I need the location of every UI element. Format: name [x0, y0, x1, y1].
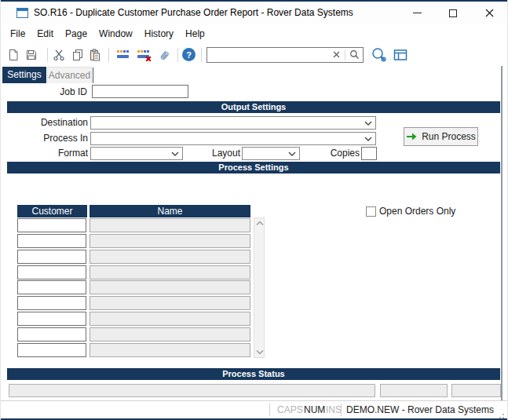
output-settings-header: Output Settings: [7, 101, 500, 113]
table-header-name: Name: [90, 205, 250, 217]
layout-select[interactable]: [242, 147, 300, 160]
window-top-border: [1, 0, 507, 2]
statusbar-separator: [341, 404, 342, 416]
customer-name-cell: [90, 312, 250, 326]
job-id-label: Job ID: [1, 86, 87, 99]
search-divider: [345, 49, 345, 60]
title-bar[interactable]: SO.R16 - Duplicate Customer Purchase Ord…: [1, 2, 507, 24]
copy-icon: [71, 49, 84, 61]
process-in-select[interactable]: [90, 132, 376, 145]
menu-page[interactable]: Page: [65, 27, 87, 41]
customer-name-cell: [90, 280, 250, 294]
caps-indicator: CAPS: [277, 401, 303, 418]
close-icon: [485, 9, 494, 17]
menu-window[interactable]: Window: [99, 27, 133, 41]
tab-settings[interactable]: Settings: [2, 67, 46, 83]
cut-icon: [53, 49, 65, 61]
process-status-header: Process Status: [7, 368, 500, 380]
run-process-label: Run Process: [422, 131, 476, 142]
copies-input[interactable]: [361, 147, 377, 160]
num-indicator: NUM: [304, 401, 325, 418]
format-select[interactable]: [90, 147, 183, 160]
scroll-up-icon[interactable]: [256, 221, 264, 226]
cut-button[interactable]: [53, 49, 65, 61]
customer-name-cell: [90, 218, 250, 232]
search-clear-icon[interactable]: [333, 51, 340, 58]
close-button[interactable]: [471, 2, 507, 24]
table-header-customer: Customer: [17, 205, 87, 217]
chevron-down-icon: [171, 152, 179, 156]
menu-history[interactable]: History: [144, 27, 174, 41]
table-scrollbar[interactable]: [254, 217, 265, 358]
search-input[interactable]: [210, 49, 333, 60]
destination-label: Destination: [1, 116, 88, 130]
chevron-down-icon: [364, 121, 372, 126]
destination-select[interactable]: [90, 116, 376, 130]
open-orders-label: Open Orders Only: [379, 206, 455, 217]
statusbar-separator: [269, 404, 270, 416]
job-id-input[interactable]: [92, 85, 188, 98]
customer-input[interactable]: [17, 280, 86, 294]
paste-icon: [89, 49, 101, 61]
minimize-button[interactable]: [399, 2, 435, 24]
help-icon: ?: [182, 48, 196, 61]
run-arrow-icon: [406, 133, 417, 141]
copy-button[interactable]: [71, 49, 84, 61]
customer-input[interactable]: [17, 250, 86, 264]
content-right-border: [501, 66, 503, 400]
save-button[interactable]: [25, 49, 38, 61]
zoom-view-button[interactable]: [371, 47, 388, 63]
run-process-button[interactable]: Run Process: [404, 127, 478, 146]
process-status-field-3: [451, 384, 501, 397]
maximize-button[interactable]: [435, 2, 471, 24]
menu-help[interactable]: Help: [185, 27, 205, 41]
process-status-field-2: [380, 384, 448, 397]
format-label: Format: [1, 147, 88, 160]
toolbar: ?: [1, 44, 407, 65]
customer-input[interactable]: [17, 296, 86, 310]
menu-file[interactable]: File: [10, 27, 25, 41]
customer-name-cell: [90, 234, 250, 248]
search-icon[interactable]: [349, 49, 360, 60]
customer-name-cell: [90, 343, 250, 357]
new-document-button[interactable]: [7, 49, 20, 61]
tab-advanced[interactable]: Advanced: [47, 67, 92, 83]
maximize-icon: [449, 9, 457, 17]
paste-button[interactable]: [89, 49, 101, 61]
menu-bar: File Edit Page Window History Help: [1, 26, 499, 42]
insert-row-button[interactable]: [117, 49, 130, 60]
customer-input[interactable]: [17, 343, 86, 357]
application-window: SO.R16 - Duplicate Customer Purchase Ord…: [0, 0, 508, 420]
attachment-button[interactable]: [155, 48, 170, 62]
customer-input[interactable]: [17, 327, 86, 341]
customer-name-cell: [90, 250, 250, 264]
customer-input[interactable]: [17, 312, 86, 326]
grid-layout-button[interactable]: [393, 49, 407, 61]
menu-edit[interactable]: Edit: [37, 27, 53, 41]
paperclip-icon: [155, 48, 170, 62]
layout-label: Layout: [189, 147, 240, 160]
resize-grip[interactable]: [503, 414, 504, 415]
customer-input[interactable]: [17, 234, 86, 248]
chevron-down-icon: [288, 152, 296, 156]
customer-input[interactable]: [17, 218, 86, 232]
ins-indicator: INS: [326, 401, 342, 418]
scroll-down-icon[interactable]: [256, 349, 264, 355]
new-document-icon: [7, 49, 20, 61]
open-orders-checkbox[interactable]: [366, 206, 376, 217]
customer-name-cell: [90, 327, 250, 341]
help-button[interactable]: ?: [182, 48, 196, 61]
toolbar-separator: [201, 48, 202, 62]
customer-input[interactable]: [17, 265, 86, 279]
delete-row-icon: [137, 49, 151, 60]
tab-divider: [93, 68, 93, 83]
process-status-field-main: [9, 384, 375, 397]
window-title: SO.R16 - Duplicate Customer Purchase Ord…: [34, 7, 353, 18]
customer-name-cell: [90, 296, 250, 310]
toolbar-separator: [177, 48, 178, 62]
minimize-icon: [413, 13, 422, 13]
delete-row-button[interactable]: [137, 49, 151, 60]
toolbar-separator: [47, 48, 48, 62]
grid-layout-icon: [393, 49, 407, 61]
zoom-view-icon: [371, 47, 388, 63]
